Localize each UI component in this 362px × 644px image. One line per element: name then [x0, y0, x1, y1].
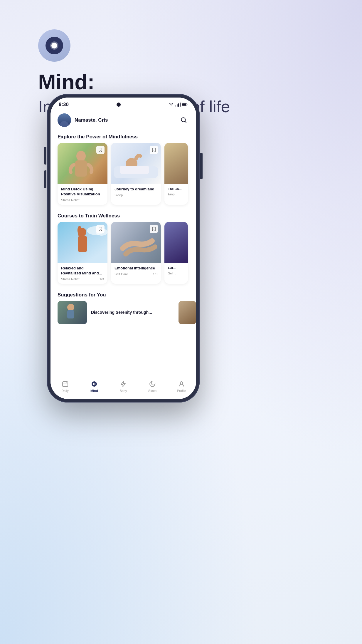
card-mind-detox-bookmark[interactable]: [96, 146, 105, 154]
nav-daily[interactable]: Daily: [56, 380, 74, 393]
card-sleep-body: Journey to dreamland Sleep: [111, 184, 161, 200]
bookmark-icon: [98, 147, 102, 152]
section-suggestions-title: Suggestions for You: [50, 288, 196, 301]
svg-rect-21: [164, 222, 188, 263]
card-mind-detox-image: [58, 143, 107, 184]
moon-icon: [149, 380, 156, 388]
card-yoga-name: Relaxed and Revitalized Mind and...: [61, 266, 104, 276]
card-sleep-name: Journey to dreamland: [115, 187, 157, 192]
card-emotional[interactable]: Emotional Intelligence Self Care 1/3: [111, 222, 161, 284]
svg-point-30: [180, 382, 183, 384]
bookmark-icon: [152, 227, 156, 231]
card-cal[interactable]: Cal... Self...: [164, 222, 188, 284]
mindfulness-cards-row: Mind Detox Using Positive Visualization …: [50, 143, 196, 209]
nav-profile-label: Profile: [177, 389, 186, 393]
svg-rect-26: [63, 382, 68, 387]
card-mind-detox-body: Mind Detox Using Positive Visualization …: [58, 184, 107, 205]
suggestion-text: Discovering Serenity through...: [91, 310, 177, 315]
header-left: Namaste, Cris: [58, 113, 108, 127]
suggestion-image: [58, 301, 87, 324]
card-yoga[interactable]: Relaxed and Revitalized Mind and... Stre…: [58, 222, 107, 284]
third-illustration: [164, 143, 188, 184]
svg-rect-14: [164, 143, 188, 184]
nav-profile-icon: [178, 380, 185, 388]
user-avatar[interactable]: [58, 113, 71, 127]
card-cal-body: Cal... Self...: [164, 263, 188, 278]
card-mind-detox[interactable]: Mind Detox Using Positive Visualization …: [58, 143, 107, 205]
svg-rect-2: [178, 103, 179, 107]
card-emotional-image: [111, 222, 161, 263]
suggestion-row: Discovering Serenity through...: [50, 301, 196, 324]
card-yoga-bookmark[interactable]: [96, 225, 105, 233]
bottom-nav: Daily Mind: [50, 377, 196, 399]
card-emotional-bookmark[interactable]: [150, 225, 158, 233]
card-yoga-tag: Stress Relief: [61, 277, 79, 281]
right-card-illustration: [179, 301, 196, 324]
card-third-tag: Emp...: [168, 192, 184, 196]
battery-icon: [182, 103, 188, 106]
nav-mind[interactable]: Mind: [85, 380, 103, 393]
phone-screen: 9:30: [50, 98, 196, 399]
card-emotional-tag: Self Care: [115, 272, 128, 276]
card-emotional-progress: 1/3: [153, 272, 157, 276]
nav-body-icon: [119, 380, 127, 388]
scroll-area[interactable]: Explore the Power of Mindfulness: [50, 130, 196, 377]
card-sleep-image: [111, 143, 161, 184]
wifi-icon: [169, 103, 174, 107]
greeting-text: Namaste, Cris: [75, 117, 108, 123]
card-cal-tag: Self...: [168, 271, 184, 275]
svg-point-29: [94, 383, 95, 385]
svg-point-23: [67, 304, 74, 311]
wellness-cards-row: Relaxed and Revitalized Mind and... Stre…: [50, 222, 196, 288]
nav-profile[interactable]: Profile: [173, 380, 190, 393]
card-emotional-name: Emotional Intelligence: [115, 266, 157, 271]
bookmark-icon: [152, 147, 156, 152]
svg-rect-3: [180, 103, 181, 107]
card-third-image: [164, 143, 188, 184]
svg-point-8: [76, 151, 86, 161]
signal-icon: [175, 103, 181, 107]
avatar-silhouette: [58, 113, 71, 127]
card-yoga-image: [58, 222, 107, 263]
suggestion-illustration: [58, 301, 87, 324]
svg-rect-1: [177, 104, 178, 107]
section-mindfulness-title: Explore the Power of Mindfulness: [50, 130, 196, 143]
card-mind-detox-tag: Stress Relief: [61, 198, 104, 202]
nav-body-label: Body: [119, 389, 127, 393]
app-logo: [38, 29, 70, 62]
card-yoga-progress: 1/3: [100, 277, 104, 281]
suggestion-right-card: [179, 301, 196, 324]
card-emotional-body: Emotional Intelligence Self Care 1/3: [111, 263, 161, 279]
card-cal-image: [164, 222, 188, 263]
nav-mind-label: Mind: [90, 389, 98, 393]
card-third[interactable]: The Co... Emp...: [164, 143, 188, 205]
card-yoga-body: Relaxed and Revitalized Mind and... Stre…: [58, 263, 107, 284]
card-third-name: The Co...: [168, 187, 184, 191]
nav-sleep[interactable]: Sleep: [144, 380, 161, 393]
nav-mind-icon: [90, 380, 98, 388]
card-mind-detox-name: Mind Detox Using Positive Visualization: [61, 187, 104, 197]
card-cal-name: Cal...: [168, 266, 184, 270]
search-button[interactable]: [179, 115, 189, 125]
status-icons: [169, 103, 188, 107]
nav-sleep-icon: [149, 380, 156, 388]
svg-rect-25: [179, 301, 196, 324]
card-yoga-tag-row: Stress Relief 1/3: [61, 277, 104, 281]
headline-title: Mind:: [38, 71, 230, 94]
phone-wrapper: 9:30: [47, 94, 200, 402]
mind-icon: [90, 380, 98, 388]
nav-sleep-label: Sleep: [148, 389, 156, 393]
svg-rect-5: [182, 103, 186, 105]
search-icon: [181, 117, 187, 123]
svg-rect-24: [67, 310, 74, 318]
status-time: 9:30: [59, 102, 69, 108]
card-third-body: The Co... Emp...: [164, 184, 188, 199]
nav-daily-icon: [61, 380, 69, 388]
nav-body[interactable]: Body: [115, 380, 132, 393]
card-sleep-bookmark[interactable]: [150, 146, 158, 154]
app-logo-dot: [51, 43, 57, 48]
card-sleep[interactable]: Journey to dreamland Sleep: [111, 143, 161, 205]
lightning-icon: [120, 380, 127, 388]
app-header: Namaste, Cris: [50, 110, 196, 130]
svg-rect-13: [120, 166, 149, 174]
